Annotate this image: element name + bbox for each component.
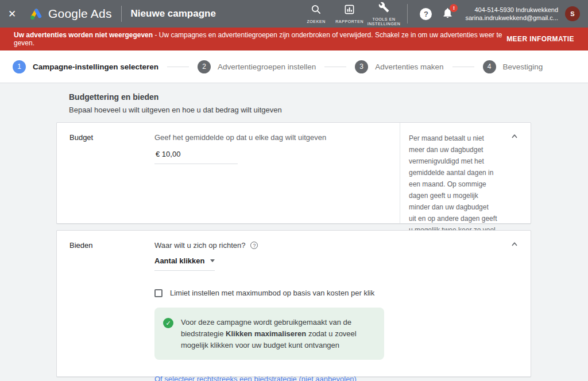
step-number: 4 [483, 60, 496, 73]
bidding-question: Waar wilt u zich op richten? [154, 241, 245, 250]
search-nav-button[interactable]: ZOEKEN [300, 3, 333, 25]
reports-icon [344, 4, 355, 17]
google-ads-logo-icon [29, 6, 44, 21]
alert-text: Uw advertenties worden niet weergegeven … [14, 31, 506, 47]
bidding-card-label: Bieden [57, 231, 154, 376]
step-label: Campagne-instellingen selecteren [33, 63, 158, 71]
budget-help-text: Per maand betaalt u niet meer dan uw dag… [409, 134, 497, 246]
bell-icon [442, 11, 454, 21]
step-number: 2 [198, 60, 211, 73]
search-label: ZOEKEN [307, 20, 325, 24]
daily-budget-input[interactable]: € 10,00 [154, 150, 238, 164]
section-header: Budgettering en bieden Bepaal hoeveel u … [69, 92, 588, 114]
step-connector [452, 67, 474, 67]
step-connector [167, 67, 189, 67]
step-label: Advertentiegroepen instellen [218, 63, 316, 71]
chevron-up-icon [510, 132, 519, 141]
page-title: Nieuwe campagne [131, 8, 216, 20]
wrench-icon [378, 2, 389, 15]
dropdown-arrow-icon [210, 259, 215, 262]
focus-dropdown-value: Aantal klikken [154, 256, 204, 265]
strategy-info-text: Voor deze campagne wordt gebruikgemaakt … [181, 317, 374, 351]
collapse-bidding-button[interactable] [510, 240, 519, 249]
alert-banner: Uw advertenties worden niet weergegeven … [0, 28, 588, 50]
reports-label: RAPPORTEN [335, 20, 363, 24]
account-id: 404-514-5930 Indrukwekkend [465, 6, 558, 14]
help-button[interactable]: ? [420, 8, 432, 20]
budget-card-main: Geef het gemiddelde op dat u elke dag wi… [154, 123, 400, 223]
tools-nav-button[interactable]: TOOLS EN INSTELLINGEN [366, 1, 402, 28]
close-icon[interactable]: ✕ [8, 8, 20, 20]
notifications-button[interactable]: ! [442, 7, 454, 21]
step-label: Bevestiging [503, 63, 543, 71]
select-strategy-link[interactable]: Of selecteer rechtstreeks een biedstrate… [154, 375, 531, 381]
reports-nav-button[interactable]: RAPPORTEN [333, 3, 366, 25]
budget-card: Budget Geef het gemiddelde op dat u elke… [56, 122, 531, 224]
brand-name: Google Ads [48, 7, 112, 21]
chevron-up-icon [510, 240, 519, 249]
max-cpc-checkbox-label: Limiet instellen met maximumbod op basis… [170, 289, 374, 297]
search-icon [311, 4, 322, 17]
main-content: Budgettering en bieden Bepaal hoeveel u … [0, 83, 588, 381]
more-info-button[interactable]: MEER INFORMATIE [506, 35, 574, 43]
step-connector [324, 67, 346, 67]
check-circle-icon: ✓ [163, 318, 173, 328]
section-subtitle: Bepaal hoeveel u wilt uitgeven en hoe u … [69, 106, 588, 114]
step-label: Advertenties maken [375, 63, 443, 71]
step-confirmation[interactable]: 4 Bevestiging [483, 60, 543, 73]
top-app-bar: ✕ Google Ads Nieuwe campagne ZOEKEN [0, 0, 588, 28]
collapse-budget-button[interactable] [510, 132, 519, 141]
header-divider [121, 6, 122, 22]
notification-badge: ! [450, 4, 458, 12]
step-ad-groups[interactable]: 2 Advertentiegroepen instellen [198, 60, 316, 73]
strategy-info-box: ✓ Voor deze campagne wordt gebruikgemaak… [154, 308, 384, 360]
max-cpc-checkbox[interactable] [154, 289, 163, 297]
bidding-card: Bieden Waar wilt u zich op richten? ? Aa… [56, 230, 531, 377]
avatar[interactable]: S [565, 6, 580, 21]
tools-label: TOOLS EN INSTELLINGEN [368, 17, 401, 26]
max-cpc-checkbox-row[interactable]: Limiet instellen met maximumbod op basis… [154, 289, 531, 297]
strategy-name: Klikken maximaliseren [226, 329, 306, 338]
focus-dropdown[interactable]: Aantal klikken [154, 256, 215, 271]
step-campaign-settings[interactable]: 1 Campagne-instellingen selecteren [13, 60, 158, 73]
account-info[interactable]: 404-514-5930 Indrukwekkend sarina.indruk… [465, 6, 558, 22]
step-number: 3 [355, 60, 368, 73]
alert-title: Uw advertenties worden niet weergegeven [14, 31, 153, 39]
section-title: Budgettering en bieden [69, 92, 588, 102]
budget-prompt: Geef het gemiddelde op dat u elke dag wi… [154, 133, 400, 142]
budget-card-label: Budget [57, 123, 154, 223]
step-number: 1 [13, 60, 26, 73]
account-email: sarina.indrukwekkend@gmail.c... [465, 14, 558, 22]
bidding-card-main: Waar wilt u zich op richten? ? Aantal kl… [154, 231, 531, 376]
campaign-stepper: 1 Campagne-instellingen selecteren 2 Adv… [0, 50, 588, 83]
question-help-icon[interactable]: ? [250, 242, 258, 249]
header-divider [407, 4, 408, 24]
step-create-ads[interactable]: 3 Advertenties maken [355, 60, 443, 73]
